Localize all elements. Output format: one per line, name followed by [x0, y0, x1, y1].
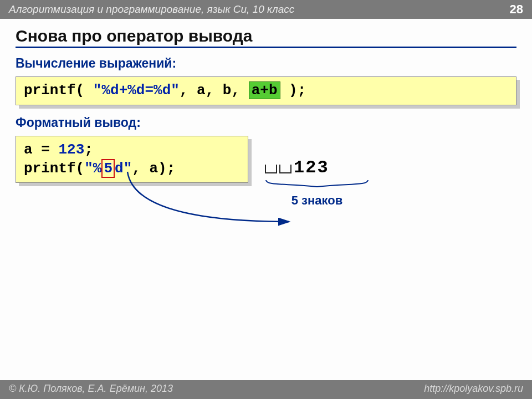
- footer-url: http://kpolyakov.spb.ru: [424, 383, 523, 396]
- code2-l1a: a =: [24, 141, 58, 158]
- code1-pre: printf(: [24, 82, 93, 99]
- footer-authors: © К.Ю. Поляков, Е.А. Ерёмин, 2013: [9, 383, 173, 396]
- code2-l2d: , a);: [132, 160, 175, 177]
- code2-l1c: ;: [84, 141, 93, 158]
- output-annotation: 5 знаков: [265, 193, 369, 208]
- code1-format-string: "%d+%d=%d": [93, 82, 180, 99]
- code1-args: , a, b,: [180, 82, 249, 99]
- code1-highlight-expr: a+b: [249, 81, 280, 99]
- code-block-2: a = 123; printf("%5d", a);: [16, 136, 248, 183]
- code2-width-highlight: 5: [101, 159, 115, 178]
- code2-l2c: d": [115, 160, 132, 177]
- brace-icon: [265, 179, 369, 189]
- code-block-1: printf( "%d+%d=%d", a, b, a+b );: [16, 76, 516, 105]
- code2-l2b: "%: [84, 160, 101, 177]
- output-value: 123: [294, 157, 329, 178]
- slide-title: Снова про оператор вывода: [16, 27, 516, 45]
- section-expressions: Вычисление выражений:: [16, 56, 516, 71]
- leading-spaces: [265, 156, 294, 177]
- title-underline: [16, 47, 516, 48]
- page-number: 28: [510, 2, 523, 17]
- header-bar: Алгоритмизация и программирование, язык …: [0, 0, 532, 19]
- code2-l2a: printf(: [24, 160, 84, 177]
- code1-tail: );: [280, 82, 306, 99]
- code2-l1-value: 123: [58, 141, 84, 158]
- course-title: Алгоритмизация и программирование, язык …: [9, 3, 294, 16]
- output-text: 123: [265, 156, 369, 178]
- section-format: Форматный вывод:: [16, 115, 516, 130]
- footer-bar: © К.Ю. Поляков, Е.А. Ерёмин, 2013 http:/…: [0, 380, 532, 399]
- output-column: 123 5 знаков: [265, 156, 369, 208]
